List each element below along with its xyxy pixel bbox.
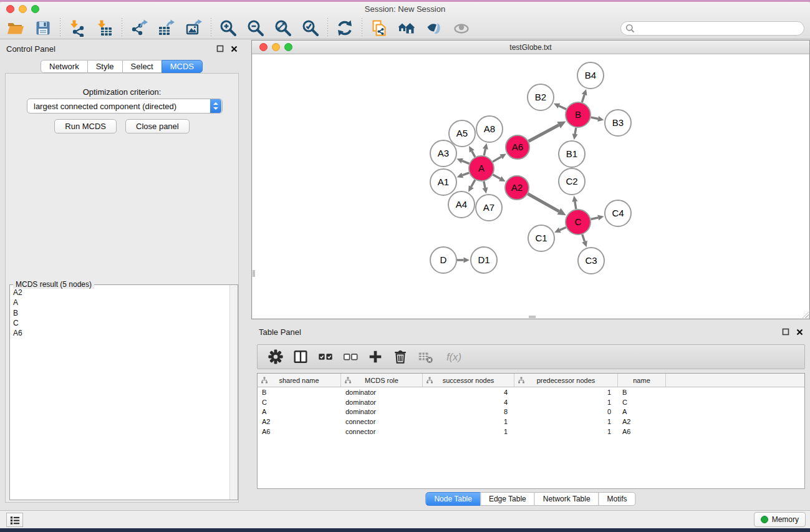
- table-tab-edge-table[interactable]: Edge Table: [480, 492, 535, 506]
- delete-column-button[interactable]: [392, 347, 408, 366]
- mcds-result-item[interactable]: B: [10, 308, 229, 318]
- graph-node-B2[interactable]: B2: [528, 84, 554, 110]
- toggle-columns-button[interactable]: [292, 347, 309, 366]
- graph-node-D[interactable]: D: [430, 247, 456, 273]
- trash-icon: [392, 349, 408, 365]
- table-cell: C: [618, 399, 666, 406]
- criterion-dropdown[interactable]: largest connected component (directed): [27, 99, 223, 114]
- column-header-MCDS-role[interactable]: MCDS role: [341, 374, 423, 387]
- table-row[interactable]: Bdominator41B: [258, 387, 804, 397]
- export-network-icon: [130, 19, 148, 37]
- tab-style[interactable]: Style: [87, 60, 123, 73]
- tab-mcds[interactable]: MCDS: [162, 60, 203, 73]
- graph-node-A7[interactable]: A7: [476, 195, 502, 221]
- table-cell: A2: [618, 418, 666, 425]
- table-tab-network-table[interactable]: Network Table: [534, 492, 599, 506]
- column-header-predecessor-nodes[interactable]: predecessor nodes: [514, 374, 618, 387]
- graph-node-D1[interactable]: D1: [471, 247, 497, 273]
- table-cell: connector: [341, 428, 423, 435]
- graph-node-B[interactable]: B: [566, 102, 591, 127]
- graph-node-C4[interactable]: C4: [605, 200, 631, 226]
- save-session-button[interactable]: [33, 18, 53, 38]
- function-builder-button[interactable]: f(x): [442, 347, 466, 366]
- column-header-name[interactable]: name: [618, 374, 666, 387]
- refresh-button[interactable]: [335, 18, 355, 38]
- graph-node-B4[interactable]: B4: [577, 62, 604, 89]
- zoom-in-button[interactable]: [218, 18, 238, 38]
- mcds-result-item[interactable]: A2: [10, 288, 229, 297]
- open-file-button[interactable]: [6, 18, 26, 38]
- graph-node-A1[interactable]: A1: [430, 169, 456, 195]
- svg-text:C2: C2: [566, 176, 577, 186]
- app-title: Session: New Session: [0, 4, 810, 14]
- delete-table-button[interactable]: [417, 347, 433, 366]
- memory-button[interactable]: Memory: [754, 512, 806, 527]
- optimization-criterion-label: Optimization criterion:: [6, 87, 238, 97]
- mcds-result-item[interactable]: A6: [10, 328, 229, 338]
- toolbar-separator: [362, 18, 362, 38]
- table-settings-button[interactable]: [268, 347, 284, 366]
- graph-node-A8[interactable]: A8: [476, 116, 503, 142]
- graph-node-B3[interactable]: B3: [605, 110, 631, 136]
- import-network-button[interactable]: [67, 18, 87, 38]
- table-tab-motifs[interactable]: Motifs: [599, 492, 636, 506]
- show-hide-button[interactable]: [451, 18, 471, 38]
- table-close-panel-button[interactable]: [795, 327, 804, 336]
- memory-label: Memory: [772, 515, 799, 524]
- table-cell: 1: [423, 418, 514, 425]
- add-column-button[interactable]: [367, 347, 383, 366]
- deselect-all-columns-button[interactable]: [342, 347, 359, 366]
- zoom-fit-button[interactable]: [273, 18, 293, 38]
- plus-icon: [367, 349, 383, 365]
- graph-node-B1[interactable]: B1: [559, 141, 585, 167]
- graph-node-A4[interactable]: A4: [448, 191, 475, 218]
- toolbar-separator: [122, 18, 122, 38]
- graph-node-C1[interactable]: C1: [528, 225, 554, 251]
- mcds-result-scrollbar[interactable]: [229, 285, 238, 500]
- eye-pen-icon: [425, 19, 443, 37]
- horizontal-scroll-hint[interactable]: [529, 316, 536, 318]
- select-all-columns-button[interactable]: [317, 347, 334, 366]
- svg-text:B3: B3: [612, 117, 624, 128]
- toggle-visibility-button[interactable]: [424, 18, 444, 38]
- close-panel-button[interactable]: [229, 44, 238, 53]
- fx-icon: f(x): [442, 349, 466, 365]
- copy-network-button[interactable]: [369, 18, 389, 38]
- table-float-panel-button[interactable]: [781, 327, 790, 336]
- table-row[interactable]: A6connector11A6: [258, 427, 804, 437]
- column-header-successor-nodes[interactable]: successor nodes: [423, 374, 514, 387]
- mcds-result-item[interactable]: C: [10, 318, 229, 328]
- table-row[interactable]: Cdominator41C: [258, 397, 804, 407]
- home-view-button[interactable]: [397, 18, 417, 38]
- table-row[interactable]: A2connector11A2: [258, 417, 804, 427]
- show-panels-button[interactable]: [6, 513, 23, 527]
- network-canvas[interactable]: AA1A2A3A4A5A6A7A8BB1B2B3B4CC1C2C3C4DD1: [253, 54, 809, 318]
- export-network-button[interactable]: [129, 18, 149, 38]
- graph-node-C3[interactable]: C3: [578, 248, 604, 274]
- graph-node-A[interactable]: A: [469, 156, 494, 181]
- vertical-scroll-hint[interactable]: [253, 270, 255, 277]
- close-panel-push-button[interactable]: Close panel: [125, 119, 190, 133]
- shared-column-icon: [344, 377, 352, 384]
- tab-select[interactable]: Select: [122, 60, 162, 73]
- svg-text:A5: A5: [456, 128, 468, 138]
- zoom-out-button[interactable]: [246, 18, 266, 38]
- graph-node-A6[interactable]: A6: [506, 135, 529, 159]
- zoom-selected-button[interactable]: [301, 18, 321, 38]
- graph-node-C2[interactable]: C2: [559, 168, 585, 195]
- table-row[interactable]: Adominator80A: [258, 407, 804, 417]
- table-tab-node-table[interactable]: Node Table: [425, 492, 481, 506]
- mcds-result-item[interactable]: A: [10, 297, 229, 307]
- graph-node-A2[interactable]: A2: [505, 176, 529, 200]
- float-panel-button[interactable]: [216, 44, 224, 53]
- import-table-button[interactable]: [95, 18, 115, 38]
- tab-network[interactable]: Network: [41, 60, 88, 73]
- export-table-button[interactable]: [157, 18, 176, 38]
- column-header-shared-name[interactable]: shared name: [258, 374, 341, 387]
- graph-node-A5[interactable]: A5: [449, 120, 475, 147]
- search-input[interactable]: [620, 21, 804, 36]
- export-image-button[interactable]: [184, 18, 204, 38]
- graph-node-C[interactable]: C: [566, 210, 591, 235]
- graph-node-A3[interactable]: A3: [430, 140, 456, 167]
- run-mcds-button[interactable]: Run MCDS: [54, 119, 117, 133]
